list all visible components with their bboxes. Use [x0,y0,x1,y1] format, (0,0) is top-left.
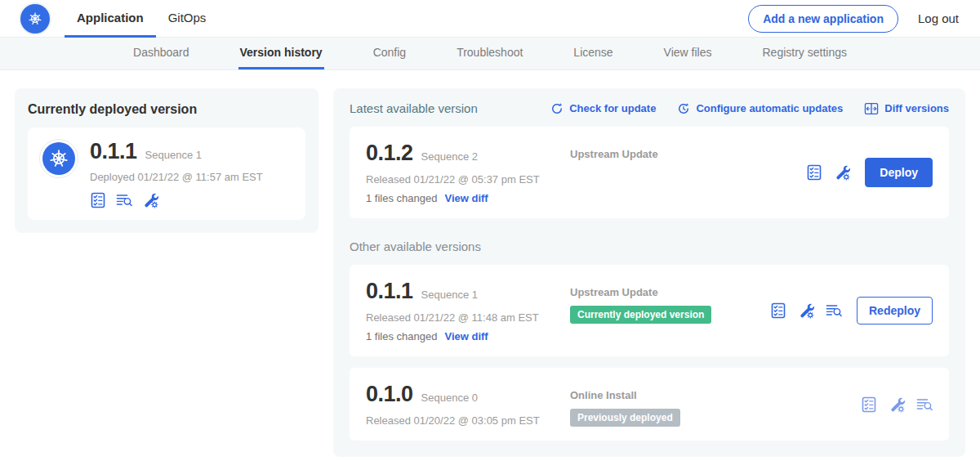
sequence-label: Sequence 0 [421,392,478,404]
deploy-logs-icon[interactable] [116,192,132,208]
currently-deployed-badge: Currently deployed version [570,306,711,324]
logout-button[interactable]: Log out [918,11,959,25]
version-source-label: Upstream Update [570,286,770,298]
version-source-label: Upstream Update [570,148,806,160]
files-changed-label: 1 files changed [366,192,437,204]
kubernetes-logo-icon [20,4,50,34]
version-row-0-1-0: 0.1.0 Sequence 0 Released 01/20/22 @ 03:… [350,368,949,441]
topbar-right: Add a new application Log out [748,0,980,37]
tab-dashboard[interactable]: Dashboard [131,38,191,69]
files-changed-label: 1 files changed [366,330,437,342]
version-number: 0.1.2 [366,141,413,166]
latest-available-title: Latest available version [350,101,478,115]
sequence-label: Sequence 1 [421,289,478,301]
diff-versions-label: Diff versions [884,102,949,114]
tab-view-files[interactable]: View files [662,38,714,69]
released-timestamp: Released 01/21/22 @ 05:37 pm EST [366,173,570,186]
deployed-timestamp: Deployed 01/21/22 @ 11:57 am EST [90,171,263,183]
check-for-update-link[interactable]: Check for update [550,102,656,115]
tab-troubleshoot[interactable]: Troubleshoot [455,38,524,69]
version-history-panel: Latest available version Check for updat… [333,88,965,457]
view-diff-link[interactable]: View diff [444,330,488,342]
configure-automatic-updates-label: Configure automatic updates [696,102,843,114]
refresh-icon [550,102,564,115]
version-row-0-1-1: 0.1.1 Sequence 1 Released 01/21/22 @ 11:… [350,265,949,356]
release-notes-icon[interactable] [90,192,106,208]
tab-registry-settings[interactable]: Registry settings [761,38,849,69]
currently-deployed-card: Currently deployed version 0.1.1 Sequenc… [15,88,318,233]
released-timestamp: Released 01/21/22 @ 11:48 am EST [366,311,570,324]
main-content: Currently deployed version 0.1.1 Sequenc… [0,70,980,457]
top-bar: Application GitOps Add a new application… [0,0,980,38]
clock-refresh-icon [677,102,690,115]
configure-automatic-updates-link[interactable]: Configure automatic updates [677,102,843,115]
deploy-logs-icon[interactable] [826,302,842,319]
tab-application[interactable]: Application [65,0,156,38]
tab-config[interactable]: Config [372,38,408,69]
version-number: 0.1.1 [366,279,413,304]
sequence-label: Sequence 2 [421,150,478,163]
app-logo [20,0,50,37]
preflight-checks-icon[interactable] [889,396,905,413]
kubernetes-app-icon [42,142,75,175]
app-icon-ring [39,139,78,178]
release-notes-icon[interactable] [806,164,822,181]
check-for-update-label: Check for update [569,102,656,114]
add-application-button[interactable]: Add a new application [748,5,898,33]
preflight-checks-icon[interactable] [142,192,158,208]
redeploy-button[interactable]: Redeploy [857,297,933,324]
tab-license[interactable]: License [572,38,614,69]
version-number: 0.1.0 [366,382,413,407]
currently-deployed-title: Currently deployed version [28,102,305,117]
tab-gitops[interactable]: GitOps [156,0,219,38]
version-source-label: Online Install [570,389,861,401]
previously-deployed-badge: Previously deployed [570,409,680,427]
deployed-version-number: 0.1.1 [90,139,137,164]
deploy-logs-icon[interactable] [916,396,933,413]
view-diff-link[interactable]: View diff [444,192,488,204]
other-available-title: Other available versions [350,239,949,253]
released-timestamp: Released 01/20/22 @ 03:05 pm EST [366,414,570,427]
deployed-version-card: 0.1.1 Sequence 1 Deployed 01/21/22 @ 11:… [28,128,305,220]
diff-icon [864,102,879,115]
preflight-checks-icon[interactable] [798,302,814,319]
release-notes-icon[interactable] [770,302,786,319]
version-row-0-1-2: 0.1.2 Sequence 2 Released 01/21/22 @ 05:… [350,127,949,218]
app-tabs: Application GitOps [65,0,218,37]
deploy-button[interactable]: Deploy [865,158,933,187]
release-notes-icon[interactable] [861,396,877,413]
preflight-checks-icon[interactable] [834,164,850,181]
tab-version-history[interactable]: Version history [238,38,324,69]
deployed-sequence-label: Sequence 1 [145,149,202,161]
diff-versions-link[interactable]: Diff versions [864,102,949,115]
app-subnav: Dashboard Version history Config Trouble… [0,38,980,70]
